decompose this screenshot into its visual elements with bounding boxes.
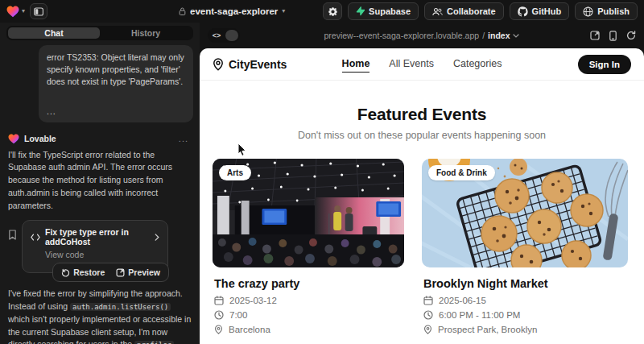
- inline-code-1: auth.admin.listUsers(): [70, 303, 171, 311]
- preview-external-icon: [116, 268, 125, 277]
- restore-label: Restore: [73, 267, 105, 277]
- app-preview-frame: CityEvents Home All Events Categories Si…: [200, 48, 644, 344]
- version-actions: Restore Preview: [52, 263, 169, 282]
- map-pin-icon: [213, 58, 224, 71]
- event-date-row: 2025-03-12: [214, 296, 404, 305]
- category-badge: Arts: [219, 165, 251, 180]
- supabase-button-label: Supabase: [369, 6, 411, 16]
- assistant-message-1: I'll fix the TypeScript error related to…: [8, 149, 192, 213]
- chat-sidebar: Chat History error TS2353: Object litera…: [0, 23, 200, 344]
- view-code-link[interactable]: View code: [45, 250, 159, 259]
- supabase-icon: [356, 6, 365, 16]
- preview-toolbar: <> preview--event-saga-explorer.lovable.…: [200, 23, 644, 48]
- event-date: 2025-06-15: [439, 296, 486, 305]
- supabase-button[interactable]: Supabase: [348, 2, 419, 20]
- project-name: event-saga-explorer: [190, 6, 278, 16]
- event-cards: Arts The crazy party 2025-03-12: [200, 152, 644, 339]
- preview-button[interactable]: Preview: [111, 266, 165, 279]
- github-icon: [518, 6, 528, 17]
- mobile-view-icon[interactable]: [609, 31, 617, 41]
- site-brand-label: CityEvents: [229, 58, 287, 71]
- sidebar-toggle-icon: [34, 7, 43, 16]
- lovable-logo-icon[interactable]: ▾: [6, 6, 25, 18]
- chevron-down-icon: ▾: [282, 8, 285, 15]
- collaborate-icon: [432, 7, 443, 16]
- event-image-cookies: Food & Drink: [422, 159, 628, 267]
- sign-in-button[interactable]: Sign In: [578, 55, 631, 74]
- site-header: CityEvents Home All Events Categories Si…: [200, 48, 644, 81]
- event-title: Brooklyn Night Market: [423, 277, 628, 290]
- code-preview-toggle[interactable]: <>: [208, 28, 240, 43]
- code-toggle-icon: <>: [209, 31, 224, 39]
- site-brand[interactable]: CityEvents: [213, 58, 287, 71]
- inline-code-2: profiles: [134, 341, 174, 344]
- event-card[interactable]: Arts The crazy party 2025-03-12: [213, 159, 404, 339]
- featured-section-header: Featured Events Don't miss out on these …: [200, 81, 644, 152]
- nav-home[interactable]: Home: [342, 56, 370, 73]
- calendar-icon: [214, 296, 224, 305]
- assistant-name: Lovable: [24, 134, 174, 143]
- preview-url[interactable]: preview--event-saga-explorer.lovable.app…: [324, 31, 520, 40]
- category-badge: Food & Drink: [428, 165, 495, 180]
- collaborate-button-label: Collaborate: [447, 6, 496, 16]
- location-pin-icon: [214, 325, 223, 334]
- url-separator: /: [482, 31, 485, 40]
- url-domain: preview--event-saga-explorer.lovable.app: [324, 31, 480, 40]
- section-subtitle: Don't miss out on these popular events h…: [200, 130, 644, 141]
- event-time: 6:00 PM - 11:00 PM: [439, 310, 520, 320]
- calendar-icon: [423, 296, 433, 305]
- tab-chat[interactable]: Chat: [8, 27, 100, 39]
- code-change-title: Fix type type error in addCoHost: [45, 227, 150, 247]
- user-message-ellipsis: ...: [47, 106, 185, 118]
- message2-text-b: which isn't properly implemented or acce…: [8, 314, 191, 344]
- code-change-card[interactable]: Fix type type error in addCoHost View co…: [22, 220, 168, 273]
- topbar: ▾ event-saga-explorer ▾: [0, 0, 644, 23]
- github-button[interactable]: GitHub: [510, 2, 570, 20]
- event-time-row: 6:00 PM - 11:00 PM: [423, 310, 628, 320]
- toggle-knob: [225, 30, 238, 41]
- tab-history[interactable]: History: [100, 27, 192, 39]
- collaborate-button[interactable]: Collaborate: [424, 2, 504, 20]
- lovable-editor: ▾ event-saga-explorer ▾: [0, 0, 644, 344]
- user-message-text: error TS2353: Object literal may only sp…: [47, 52, 185, 88]
- event-title: The crazy party: [214, 277, 404, 290]
- assistant-header: Lovable ...: [8, 134, 193, 144]
- event-image-conference: Arts: [213, 159, 404, 267]
- publish-button[interactable]: Publish: [575, 2, 638, 20]
- code-icon: [31, 234, 40, 241]
- event-card[interactable]: Food & Drink Brooklyn Night Market 2025-…: [422, 159, 628, 339]
- chevron-down-icon: [513, 34, 519, 38]
- github-button-label: GitHub: [532, 6, 562, 16]
- event-location-row: Prospect Park, Brooklyn: [423, 325, 628, 334]
- assistant-message-2: I've fixed the error by simplifying the …: [8, 288, 192, 344]
- refresh-icon[interactable]: [626, 31, 636, 40]
- publish-button-label: Publish: [597, 6, 630, 16]
- url-page: index: [488, 31, 510, 40]
- project-switcher[interactable]: event-saga-explorer ▾: [179, 0, 285, 23]
- clock-icon: [214, 310, 224, 320]
- event-date: 2025-03-12: [229, 296, 277, 305]
- event-location: Barcelona: [229, 325, 270, 334]
- nav-all-events[interactable]: All Events: [389, 56, 434, 73]
- settings-button[interactable]: [323, 2, 342, 20]
- publish-globe-icon: [583, 6, 593, 17]
- bookmark-icon[interactable]: [8, 230, 17, 240]
- preview-label: Preview: [128, 267, 160, 277]
- open-in-new-tab-icon[interactable]: [590, 31, 600, 40]
- more-menu-icon[interactable]: ...: [179, 134, 188, 143]
- nav-categories[interactable]: Categories: [453, 56, 502, 73]
- event-date-row: 2025-06-15: [423, 296, 628, 305]
- location-pin-icon: [423, 325, 432, 334]
- event-location: Prospect Park, Brooklyn: [438, 325, 537, 334]
- user-message-bubble: error TS2353: Object literal may only sp…: [39, 45, 193, 122]
- sidebar-toggle-button[interactable]: [30, 3, 47, 19]
- sidebar-tabs: Chat History: [6, 26, 193, 40]
- event-time-row: 7:00: [214, 310, 404, 320]
- clock-icon: [423, 310, 433, 320]
- section-title: Featured Events: [200, 105, 644, 124]
- lovable-heart-icon: [8, 134, 19, 144]
- event-time: 7:00: [229, 310, 247, 320]
- restore-button[interactable]: Restore: [56, 266, 109, 279]
- chevron-right-icon: [155, 234, 159, 241]
- restore-icon: [61, 268, 70, 277]
